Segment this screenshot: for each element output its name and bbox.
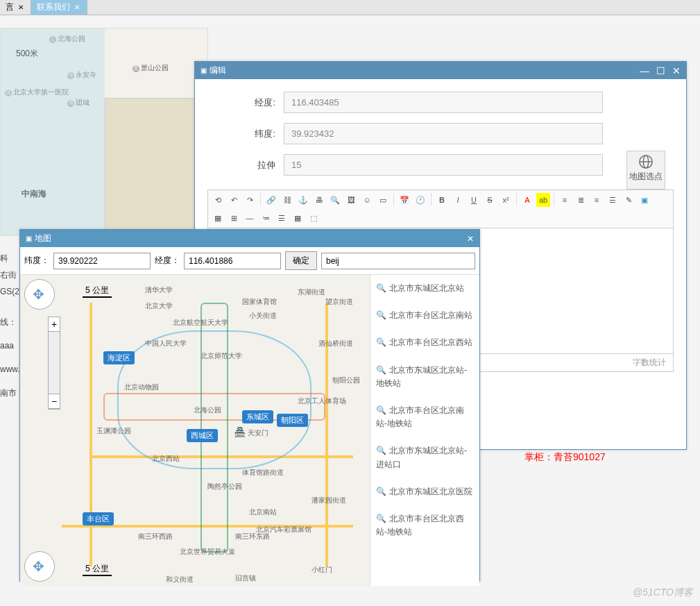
bgcolor-button[interactable]: ab (536, 193, 550, 207)
maximize-icon[interactable]: ☐ (656, 65, 665, 76)
palace-area (105, 98, 202, 230)
watermark: @51CTO博客 (633, 587, 693, 599)
map-poi: 北京西站 (152, 454, 180, 464)
window-titlebar[interactable]: ▣编辑 — ☐ ✕ (195, 62, 686, 79)
lng-label: 经度： (155, 255, 180, 267)
redo-button[interactable]: ↷ (243, 193, 257, 207)
source-button[interactable]: ⟲ (211, 193, 225, 207)
zoom-control[interactable]: + − (48, 317, 60, 410)
pan-control[interactable] (24, 279, 55, 310)
pan-control[interactable] (24, 551, 55, 582)
underline-button[interactable]: U (467, 193, 481, 207)
window-title: 编辑 (210, 65, 226, 75)
district-badge: 海淀区 (103, 351, 135, 364)
map-poi: 北海公园 (194, 405, 221, 415)
map-scale: 5 公里 (83, 563, 112, 576)
map-canvas[interactable]: + − 5 公里 5 公里 海淀区 西城区 东城区 朝阳区 丰台区 🏯 天安门 (20, 275, 370, 586)
map-poi: 酒仙桥街道 (318, 339, 353, 348)
italic-button[interactable]: I (451, 193, 465, 207)
emoji-button[interactable]: ☺ (360, 193, 374, 207)
image-button[interactable]: 🖼 (344, 193, 358, 207)
clear-format-button[interactable]: ✎ (622, 193, 635, 207)
zoom-track[interactable] (49, 332, 60, 394)
search-results: 🔍北京市东城区北京站 🔍北京市丰台区北京南站 🔍北京市丰台区北京西站 🔍北京市东… (370, 275, 479, 586)
date-button[interactable]: 📅 (398, 193, 411, 207)
preview-button[interactable]: 🔍 (328, 193, 342, 207)
zoom-label: 拉伸 (207, 159, 284, 171)
result-item[interactable]: 🔍北京市东城区北京站-地铁站 (370, 357, 479, 397)
map-poi: 北京大学 (145, 301, 173, 311)
search-icon: 🔍 (376, 446, 386, 455)
anchor-button[interactable]: ⚓ (296, 193, 310, 207)
strike-button[interactable]: S (483, 193, 497, 207)
superscript-button[interactable]: x² (499, 193, 513, 207)
bold-button[interactable]: B (435, 193, 449, 207)
search-icon: 🔍 (376, 365, 386, 375)
hr-button[interactable]: — (243, 211, 257, 225)
lat-input[interactable] (53, 253, 151, 269)
background-map[interactable]: 500米 公北海公园 中南海 景景山公园 寺永安寺 博团城 博神武门 宫乾清宫 … (0, 28, 208, 236)
close-icon[interactable]: ✕ (73, 3, 81, 11)
table-button[interactable]: ▦ (211, 211, 225, 225)
fullscreen-button[interactable]: ▣ (638, 193, 651, 207)
align-center-button[interactable]: ≣ (574, 193, 588, 207)
latitude-label: 纬度: (207, 128, 284, 140)
fontcolor-button[interactable]: A (520, 193, 534, 207)
align-right-button[interactable]: ≡ (590, 193, 604, 207)
insert-row-button[interactable]: ⊞ (227, 211, 241, 225)
undo-button[interactable]: ↶ (227, 193, 241, 207)
map-poi: 旧宫镇 (235, 573, 256, 583)
map-poi: 陶然亭公园 (207, 482, 242, 491)
code-button[interactable]: ⬚ (307, 211, 321, 225)
map-poi: 潘家园街道 (311, 496, 346, 505)
map-poi: 朝阳公园 (332, 376, 360, 385)
map-poi: 国家体育馆 (242, 297, 277, 307)
map-scale: 5 公里 (83, 285, 112, 298)
result-item[interactable]: 🔍北京市丰台区北京西站-地铁站 (370, 505, 479, 546)
result-item[interactable]: 🔍北京市东城区北京医院 (370, 478, 479, 505)
align-left-button[interactable]: ≡ (558, 193, 572, 207)
link-button[interactable]: 🔗 (264, 193, 278, 207)
search-icon: 🔍 (376, 405, 386, 415)
unlink-button[interactable]: ⛓ (280, 193, 294, 207)
tab-active[interactable]: 联系我们 ✕ (31, 0, 87, 15)
district-badge: 东城区 (242, 410, 273, 423)
close-icon[interactable]: ✕ (672, 65, 681, 76)
ok-button[interactable]: 确定 (285, 251, 317, 270)
result-item[interactable]: 🔍北京市丰台区北京南站-地铁站 (370, 397, 479, 437)
close-icon[interactable]: ✕ (467, 234, 474, 244)
search-icon: 🔍 (376, 283, 386, 293)
map-poi: 小红门 (311, 565, 332, 575)
close-icon[interactable]: ✕ (17, 3, 25, 11)
tab-label: 言 (6, 1, 14, 13)
tab-inactive[interactable]: 言 ✕ (0, 0, 31, 15)
result-item[interactable]: 🔍北京市丰台区北京南站 (370, 302, 479, 329)
longitude-label: 经度: (207, 96, 284, 109)
minimize-icon[interactable]: — (640, 65, 649, 76)
window-titlebar[interactable]: ▣地图 ✕ (20, 230, 479, 247)
result-item[interactable]: 🔍北京市丰台区北京西站 (370, 329, 479, 356)
word-count-button[interactable]: 字数统计 (633, 357, 666, 367)
time-button[interactable]: 🕐 (413, 193, 427, 207)
result-item[interactable]: 🔍北京市东城区北京站-进站口 (370, 437, 479, 478)
map-pick-button[interactable]: 地图选点 (626, 151, 665, 190)
map-poi: 体育馆路街道 (242, 468, 284, 478)
latitude-input[interactable] (284, 123, 603, 144)
align-justify-button[interactable]: ☰ (606, 193, 620, 207)
window-title: 地图 (35, 233, 51, 243)
ol-button[interactable]: ≔ (259, 211, 273, 225)
map-poi: 北京动物园 (124, 382, 159, 392)
longitude-input[interactable] (284, 92, 603, 113)
zoom-input[interactable] (284, 154, 603, 176)
zoom-out-button[interactable]: − (49, 394, 60, 409)
search-input[interactable] (321, 253, 475, 269)
grid-button[interactable]: ▦ (291, 211, 305, 225)
lng-input[interactable] (184, 253, 281, 269)
pagebreak-button[interactable]: ▭ (376, 193, 390, 207)
zoom-in-button[interactable]: + (49, 317, 60, 332)
print-button[interactable]: 🖶 (312, 193, 326, 207)
result-item[interactable]: 🔍北京市东城区北京站 (370, 275, 479, 302)
lat-label: 纬度： (24, 255, 49, 267)
ul-button[interactable]: ☰ (275, 211, 289, 225)
map-poi: 北京工人体育场 (298, 396, 346, 406)
